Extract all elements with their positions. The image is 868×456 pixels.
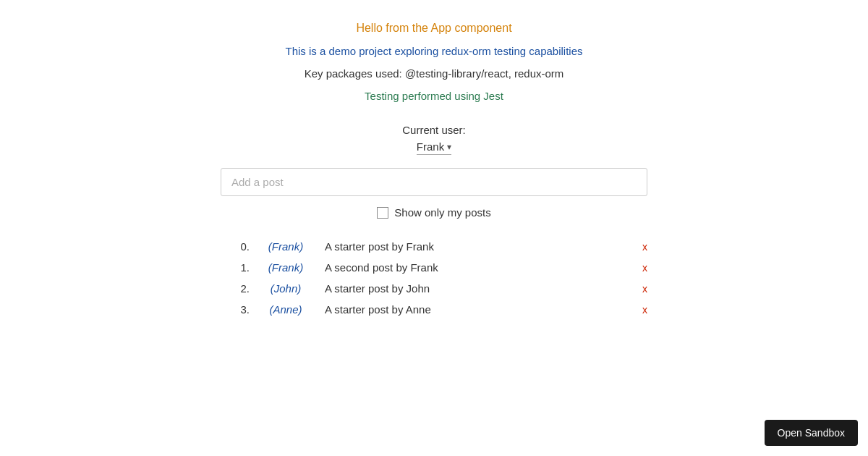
post-delete-button[interactable]: x <box>626 241 647 253</box>
post-author: (Frank) <box>257 240 315 253</box>
post-delete-button[interactable]: x <box>626 304 647 316</box>
post-text: A starter post by John <box>315 282 626 295</box>
post-index: 1. <box>221 261 257 274</box>
show-only-label: Show only my posts <box>394 206 490 219</box>
table-row: 1.(Frank)A second post by Frankx <box>221 257 647 278</box>
current-user-section: Current user: Frank ▾ <box>402 124 466 155</box>
table-row: 3.(Anne)A starter post by Annex <box>221 299 647 320</box>
testing-info: Testing performed using Jest <box>365 90 503 102</box>
post-delete-button[interactable]: x <box>626 262 647 274</box>
current-user-label: Current user: <box>402 124 466 136</box>
open-sandbox-button[interactable]: Open Sandbox <box>765 420 858 446</box>
post-delete-button[interactable]: x <box>626 283 647 295</box>
chevron-down-icon: ▾ <box>447 142 451 152</box>
table-row: 0.(Frank)A starter post by Frankx <box>221 236 647 257</box>
post-text: A second post by Frank <box>315 261 626 274</box>
demo-description: This is a demo project exploring redux-o… <box>285 45 582 57</box>
post-index: 0. <box>221 240 257 253</box>
post-text: A starter post by Anne <box>315 303 626 316</box>
post-author: (John) <box>257 282 315 295</box>
post-author: (Frank) <box>257 261 315 274</box>
main-content: Hello from the App component This is a d… <box>0 0 868 320</box>
packages-info: Key packages used: @testing-library/reac… <box>305 67 564 80</box>
user-select-name: Frank <box>417 140 444 153</box>
posts-list: 0.(Frank)A starter post by Frankx1.(Fran… <box>221 236 647 320</box>
app-title: Hello from the App component <box>356 22 511 35</box>
show-only-checkbox[interactable] <box>377 207 388 219</box>
show-only-wrapper: Show only my posts <box>377 206 490 219</box>
post-author: (Anne) <box>257 303 315 316</box>
table-row: 2.(John)A starter post by Johnx <box>221 278 647 299</box>
post-index: 2. <box>221 282 257 295</box>
post-index: 3. <box>221 303 257 316</box>
add-post-input[interactable] <box>221 168 647 196</box>
user-select-wrapper[interactable]: Frank ▾ <box>417 140 451 155</box>
post-text: A starter post by Frank <box>315 240 626 253</box>
